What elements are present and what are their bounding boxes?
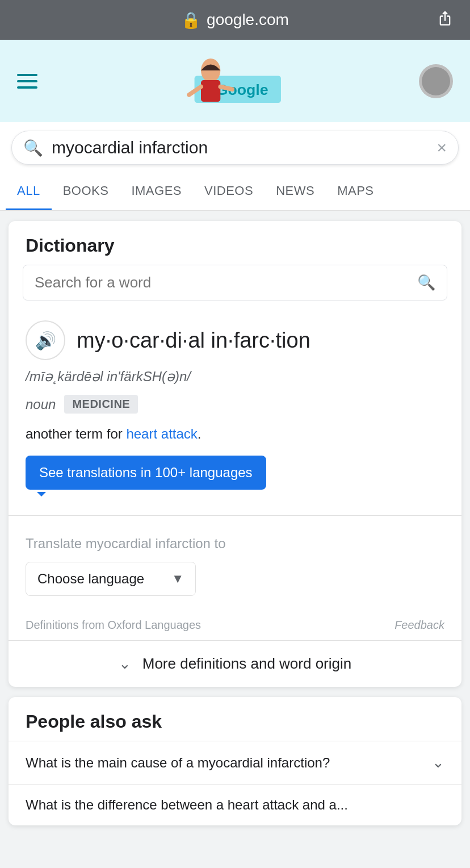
definition-link[interactable]: heart attack [126, 426, 197, 441]
speaker-button[interactable]: 🔊 [26, 320, 65, 360]
paa-question-2: What is the difference between a heart a… [26, 797, 444, 813]
hamburger-menu[interactable] [17, 74, 37, 89]
tab-maps[interactable]: MAPS [326, 173, 385, 210]
url-content: 🔒 google.com [181, 11, 289, 30]
dropdown-arrow-icon: ▼ [171, 571, 184, 586]
feedback-button[interactable]: Feedback [395, 619, 444, 632]
paa-question-1: What is the main cause of a myocardial i… [26, 755, 432, 771]
chevron-down-icon: ⌄ [119, 655, 131, 673]
hamburger-line-1 [17, 74, 37, 76]
more-definitions-button[interactable]: ⌄ More definitions and word origin [9, 640, 461, 687]
translate-label: Translate myocardial infarction to [26, 536, 444, 552]
search-icon: 🔍 [23, 139, 43, 157]
oxford-credit: Definitions from Oxford Languages [26, 619, 201, 632]
clear-search-button[interactable]: × [437, 138, 447, 157]
more-defs-text: More definitions and word origin [142, 655, 352, 673]
paa-title: People also ask [9, 697, 461, 741]
word-title-row: 🔊 my·o·car·di·al in·farc·tion [26, 320, 444, 360]
dict-search-icon: 🔍 [417, 274, 435, 291]
divider-1 [9, 515, 461, 516]
tab-news[interactable]: NEWS [265, 173, 326, 210]
search-bar: 🔍 myocardial infarction × [11, 131, 459, 165]
domain-text: google.com [207, 11, 289, 29]
svg-rect-7 [422, 67, 450, 95]
speaker-icon: 🔊 [35, 331, 56, 350]
avatar[interactable] [419, 64, 453, 98]
definition-suffix: . [198, 426, 202, 441]
language-selector[interactable]: Choose language ▼ [26, 562, 196, 596]
lock-icon: 🔒 [181, 11, 201, 30]
nav-tabs: ALL BOOKS IMAGES VIDEOS NEWS MAPS [0, 173, 470, 211]
doodle-svg: Google [178, 53, 292, 110]
paa-item-1[interactable]: What is the main cause of a myocardial i… [9, 741, 461, 784]
tab-videos[interactable]: VIDEOS [193, 173, 265, 210]
word-entry: 🔊 my·o·car·di·al in·farc·tion /mīə˛kärdē… [9, 315, 461, 504]
dictionary-card: Dictionary 🔍 🔊 my·o·car·di·al in·farc·ti… [9, 221, 461, 687]
svg-rect-3 [201, 80, 220, 102]
tab-all[interactable]: ALL [6, 173, 52, 210]
tab-images[interactable]: IMAGES [120, 173, 193, 210]
paa-item-2[interactable]: What is the difference between a heart a… [9, 784, 461, 825]
definition-text: another term for heart attack. [26, 424, 444, 444]
tooltip-text: See translations in 100+ languages [39, 465, 253, 480]
google-header: Google [0, 40, 470, 122]
tab-books[interactable]: BOOKS [52, 173, 120, 210]
translate-section: Translate myocardial infarction to Choos… [9, 527, 461, 610]
google-doodle: Google [178, 47, 292, 115]
word-title: my·o·car·di·al in·farc·tion [77, 328, 310, 353]
definition-prefix: another term for [26, 426, 126, 441]
google-logo-area: Google [178, 47, 292, 115]
tooltip-bubble[interactable]: See translations in 100+ languages [26, 456, 266, 490]
paa-chevron-1: ⌄ [432, 754, 444, 771]
subject-badge: MEDICINE [64, 395, 138, 414]
word-meta: noun MEDICINE [26, 395, 444, 414]
search-bar-container: 🔍 myocardial infarction × [0, 122, 470, 173]
search-query-text: myocardial infarction [52, 138, 428, 157]
share-icon[interactable] [437, 10, 453, 30]
tooltip-container: See translations in 100+ languages [26, 456, 266, 490]
phonetic: /mīə˛kärdēəl in'färkSH(ə)n/ [26, 369, 444, 385]
url-bar: 🔒 google.com [0, 0, 470, 40]
hamburger-line-3 [17, 86, 37, 89]
dictionary-search-bar[interactable]: 🔍 [23, 265, 447, 301]
people-also-ask-card: People also ask What is the main cause o… [9, 697, 461, 825]
svg-line-5 [220, 86, 232, 89]
avatar-svg [422, 67, 450, 95]
hamburger-line-2 [17, 80, 37, 82]
card-footer: Definitions from Oxford Languages Feedba… [9, 610, 461, 640]
dictionary-search-input[interactable] [35, 274, 409, 291]
language-select-text: Choose language [37, 571, 144, 587]
part-of-speech: noun [26, 397, 56, 412]
dictionary-title: Dictionary [9, 221, 461, 265]
